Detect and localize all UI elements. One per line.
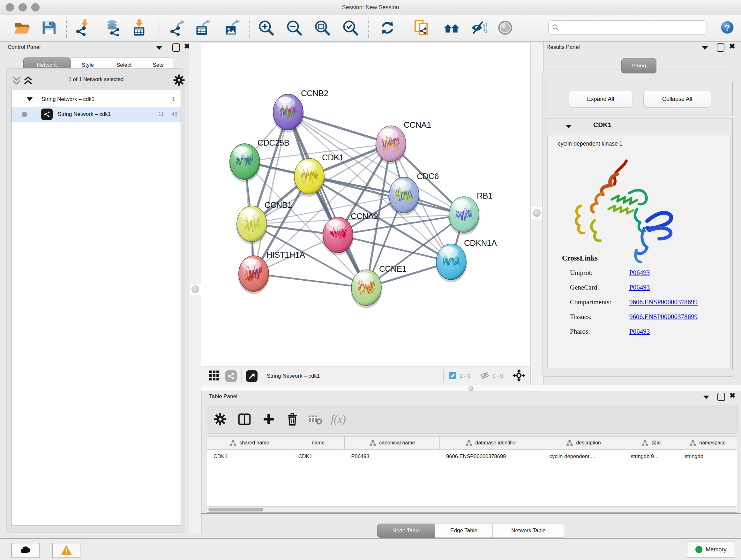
- network-node-cdkn1a[interactable]: CDKN1A: [435, 238, 497, 282]
- delete-column-button[interactable]: [283, 410, 301, 428]
- cell-namespace[interactable]: stringdb: [678, 449, 737, 463]
- left-splitter-handle[interactable]: [190, 283, 201, 295]
- collapse-all-networks-button[interactable]: [12, 76, 21, 86]
- tab-edge-table[interactable]: Edge Table: [435, 523, 493, 538]
- network-node-ccna1[interactable]: CCNA1: [375, 120, 431, 164]
- string-network-graph[interactable]: CCNB2CCNA1CDC25BCDK1CDC6RB1CCNB1CCNA2CDK…: [201, 43, 530, 367]
- show-columns-button[interactable]: [235, 410, 254, 428]
- function-builder-button[interactable]: f(x): [329, 410, 347, 428]
- birds-eye-view-button[interactable]: [246, 370, 258, 382]
- export-image-button[interactable]: [222, 18, 242, 37]
- network-view-type-button[interactable]: [225, 370, 237, 382]
- node-label: CCNA1: [404, 120, 431, 130]
- zoom-selected-button[interactable]: [341, 18, 360, 37]
- table-row[interactable]: CDK1 CDK1 P06493 9606.ENSP00000378699 cy…: [207, 449, 737, 463]
- column-header-shared-name[interactable]: shared name: [207, 436, 292, 449]
- clone-network-button[interactable]: [412, 18, 431, 37]
- control-panel-float-button[interactable]: [172, 44, 180, 52]
- zoom-out-button[interactable]: [285, 18, 304, 37]
- table-panel-close-button[interactable]: ✖: [729, 392, 736, 399]
- sphere-view-button[interactable]: [495, 18, 515, 37]
- column-header-canonical-name[interactable]: canonical name: [345, 436, 440, 449]
- column-header-description[interactable]: description: [543, 436, 624, 449]
- cell-id[interactable]: stringdb:9...: [624, 449, 678, 463]
- network-node-cdc6[interactable]: CDC6: [388, 172, 439, 215]
- cloud-icon: [19, 544, 32, 557]
- export-table-button[interactable]: [193, 18, 212, 37]
- network-canvas[interactable]: CCNB2CCNA1CDC25BCDK1CDC6RB1CCNB1CCNA2CDK…: [201, 42, 530, 367]
- expand-all-networks-button[interactable]: [23, 76, 33, 86]
- collection-expand-caret[interactable]: [27, 98, 32, 101]
- scrollbar-thumb[interactable]: [208, 508, 263, 511]
- cloud-status-button[interactable]: [11, 543, 40, 558]
- add-column-button[interactable]: [259, 410, 278, 428]
- table-settings-button[interactable]: [211, 410, 229, 428]
- network-options-button[interactable]: [173, 74, 185, 88]
- right-splitter-handle[interactable]: [531, 207, 542, 219]
- save-session-button[interactable]: [39, 18, 58, 37]
- network-edge[interactable]: [338, 235, 451, 262]
- control-panel-menu-button[interactable]: [156, 46, 162, 50]
- import-table-button[interactable]: [130, 18, 149, 37]
- right-splitter[interactable]: [530, 42, 543, 385]
- tab-network-table[interactable]: Network Table: [493, 523, 564, 538]
- crosslink-compartments-link[interactable]: 9606.ENSP00000378699: [629, 298, 697, 306]
- zoom-fit-button[interactable]: [313, 18, 332, 37]
- hide-unhide-button[interactable]: [469, 18, 488, 37]
- network-edge[interactable]: [254, 112, 288, 273]
- cell-canonical-name[interactable]: P06493: [345, 449, 440, 463]
- left-splitter[interactable]: [189, 42, 202, 533]
- network-collection-row[interactable]: String Network – cdk1 1: [11, 92, 181, 107]
- warning-status-button[interactable]: [52, 543, 80, 558]
- network-edge[interactable]: [288, 112, 366, 288]
- tab-node-table[interactable]: Node Table: [377, 523, 435, 538]
- search-input[interactable]: [559, 24, 698, 30]
- cell-shared-name[interactable]: CDK1: [207, 449, 292, 463]
- hidden-eye-icon[interactable]: [480, 370, 490, 382]
- network-edge[interactable]: [254, 273, 366, 288]
- home-view-button[interactable]: [442, 18, 461, 37]
- tab-string[interactable]: String: [621, 58, 657, 73]
- expand-all-button[interactable]: Expand All: [569, 91, 632, 107]
- crosslink-tissues-link[interactable]: 9606.ENSP00000378699: [629, 313, 697, 321]
- help-button[interactable]: ?: [720, 20, 735, 37]
- network-tab-panel: 1 of 1 Network selected String Network –…: [6, 68, 185, 533]
- crosslink-genecard-link[interactable]: P06493: [629, 284, 650, 292]
- crosslink-uniprot-link[interactable]: P06493: [629, 269, 650, 277]
- column-header-name[interactable]: name: [292, 436, 345, 449]
- table-panel-menu-button[interactable]: [703, 395, 709, 399]
- tree-icon: [566, 440, 573, 446]
- column-header-id[interactable]: @id: [624, 436, 678, 449]
- collapse-all-button[interactable]: Collapse All: [643, 91, 711, 107]
- column-header-namespace[interactable]: namespace: [678, 436, 737, 449]
- results-panel-menu-button[interactable]: [702, 46, 708, 50]
- memory-button[interactable]: Memory: [687, 541, 735, 558]
- import-network-file-button[interactable]: [73, 18, 92, 37]
- zoom-in-button[interactable]: [257, 18, 276, 37]
- grid-view-button[interactable]: [208, 369, 220, 383]
- column-header-database-identifier[interactable]: database identifier: [440, 436, 543, 449]
- results-panel-close-button[interactable]: ✖: [729, 43, 735, 50]
- refresh-button[interactable]: [378, 18, 397, 37]
- network-node-hist1h1a[interactable]: HIST1H1A: [238, 250, 305, 294]
- status-bar: Memory: [0, 538, 741, 560]
- network-node-rb1[interactable]: RB1: [448, 191, 492, 235]
- results-panel-float-button[interactable]: [717, 44, 724, 52]
- network-node-ccnb2[interactable]: CCNB2: [273, 88, 328, 132]
- cell-description[interactable]: cyclin-dependent ...: [543, 449, 624, 463]
- gene-section-caret[interactable]: [566, 125, 571, 128]
- network-node-cdc25b[interactable]: CDC25B: [229, 138, 289, 182]
- delete-table-button[interactable]: [306, 410, 325, 428]
- horizontal-splitter[interactable]: [201, 385, 741, 391]
- export-network-button[interactable]: [167, 18, 187, 37]
- table-horizontal-scrollbar[interactable]: [207, 506, 737, 512]
- import-network-database-button[interactable]: [104, 18, 123, 37]
- crosslink-pharos-link[interactable]: P06493: [629, 327, 650, 335]
- selected-checkbox[interactable]: [448, 371, 457, 381]
- cell-name[interactable]: CDK1: [292, 449, 345, 463]
- table-panel-float-button[interactable]: [718, 393, 725, 401]
- center-view-button[interactable]: [513, 369, 525, 383]
- cell-database-identifier[interactable]: 9606.ENSP00000378699: [440, 449, 543, 463]
- network-row-selected[interactable]: String Network – cdk1 11 48: [11, 107, 181, 122]
- open-session-button[interactable]: [12, 18, 31, 37]
